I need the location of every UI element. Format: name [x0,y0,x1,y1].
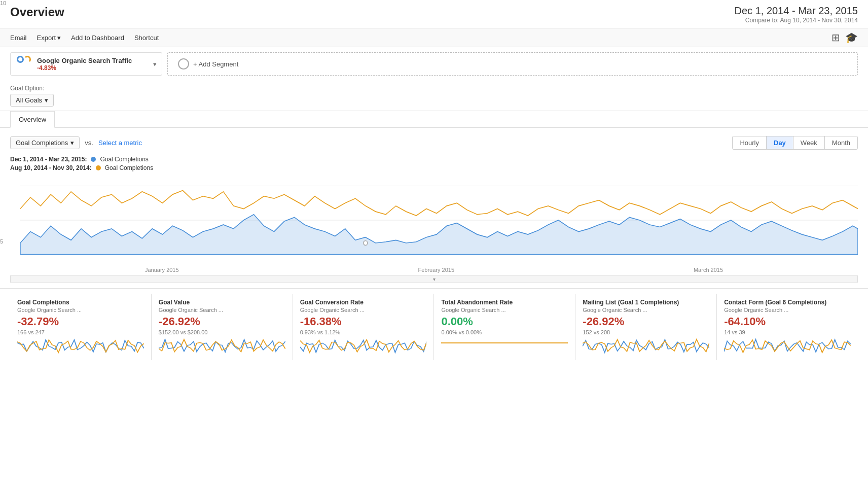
metric-card-compare-5: 14 vs 39 [724,329,851,335]
scroll-chevron-icon: ▾ [433,276,436,282]
time-btn-hourly[interactable]: Hourly [733,136,767,149]
metric-card-compare-2: 0.93% vs 1.12% [300,329,427,335]
metric-card-title-3: Total Abandonment Rate [441,299,568,306]
metric-card-subtitle-0: Google Organic Search ... [17,307,144,313]
metric-card-subtitle-3: Google Organic Search ... [441,307,568,313]
metric-card-5[interactable]: Contact Form (Goal 6 Completions)Google … [717,294,858,360]
legend-date-primary: Dec 1, 2014 - Mar 23, 2015: [10,156,87,163]
metric-card-compare-3: 0.00% vs 0.00% [441,329,568,335]
mini-chart-5 [724,338,851,354]
legend-row-primary: Dec 1, 2014 - Mar 23, 2015: Goal Complet… [10,156,858,163]
chart-wrapper: 10 5 [10,175,858,266]
toolbar: Email Export ▾ Add to Dashboard Shortcut… [0,28,868,47]
add-segment-label: + Add Segment [193,60,238,68]
time-btn-day[interactable]: Day [767,136,793,149]
chart-tooltip-marker [364,241,368,246]
segment-pct: -4.83% [37,64,132,72]
spinner-blue [17,56,24,63]
metric-card-compare-0: 166 vs 247 [17,329,144,335]
x-label-jan: January 2015 [145,267,179,273]
vs-text: vs. [85,139,93,147]
spinner-orange [24,56,31,63]
metric-card-pct-0: -32.79% [17,315,144,328]
chart-section: Goal Completions ▾ vs. Select a metric H… [0,128,868,275]
metric-card-subtitle-1: Google Organic Search ... [159,307,285,313]
metric-card-pct-4: -26.92% [583,315,709,328]
segment-chip[interactable]: Google Organic Search Traffic -4.83% ▾ [10,52,162,76]
metric-card-title-5: Contact Form (Goal 6 Completions) [724,299,851,306]
metric-dropdown[interactable]: Goal Completions ▾ [10,136,80,149]
metric-card-pct-2: -16.38% [300,315,427,328]
email-button[interactable]: Email [10,33,27,43]
metric-card-pct-3: 0.00% [441,315,568,328]
time-btn-week[interactable]: Week [793,136,825,149]
metric-card-pct-1: -26.92% [159,315,285,328]
metric-selector: Goal Completions ▾ vs. Select a metric [10,136,142,149]
time-buttons: Hourly Day Week Month [732,136,858,150]
export-button[interactable]: Export ▾ [37,33,61,43]
metric-card-title-1: Goal Value [159,299,285,306]
add-segment-button[interactable]: + Add Segment [167,52,858,76]
dropdown-arrow-icon: ▾ [57,34,61,42]
segments-bar: Google Organic Search Traffic -4.83% ▾ +… [0,47,868,81]
mini-chart-4 [583,338,709,354]
shortcut-button[interactable]: Shortcut [134,33,159,43]
tabs-bar: Overview [0,111,868,128]
y-label-mid: 5 [0,238,6,245]
metric-card-2[interactable]: Goal Conversion RateGoogle Organic Searc… [293,294,435,360]
metric-dropdown-arrow-icon: ▾ [70,139,74,147]
metric-card-title-2: Goal Conversion Rate [300,299,427,306]
legend-dot-compare [96,165,101,170]
metric-card-title-0: Goal Completions [17,299,144,306]
time-btn-month[interactable]: Month [825,136,857,149]
date-range-compare: Compare to: Aug 10, 2014 - Nov 30, 2014 [735,17,858,24]
chart-svg [20,175,858,266]
metric-card-0[interactable]: Goal CompletionsGoogle Organic Search ..… [10,294,152,360]
date-range-info: Dec 1, 2014 - Mar 23, 2015 Compare to: A… [735,5,858,24]
qr-icon[interactable]: ⊞ [831,31,840,44]
legend-dot-primary [91,157,96,162]
goal-select-dropdown[interactable]: All Goals ▾ [10,94,54,107]
graduation-icon[interactable]: 🎓 [845,31,858,44]
legend-row-compare: Aug 10, 2014 - Nov 30, 2014: Goal Comple… [10,164,858,171]
legend-metric-primary: Goal Completions [100,156,148,163]
goal-select-arrow-icon: ▾ [45,96,48,104]
metric-card-compare-4: 152 vs 208 [583,329,709,335]
top-header: Overview Dec 1, 2014 - Mar 23, 2015 Comp… [0,0,868,28]
add-dashboard-button[interactable]: Add to Dashboard [71,33,124,43]
metrics-cards: Goal CompletionsGoogle Organic Search ..… [0,288,868,365]
goal-option-section: Goal Option: All Goals ▾ [0,81,868,111]
page-title: Overview [10,5,64,19]
mini-chart-0 [17,338,144,354]
metric-card-subtitle-2: Google Organic Search ... [300,307,427,313]
x-label-mar: March 2015 [694,267,723,273]
tab-overview[interactable]: Overview [10,111,55,128]
goal-option-label: Goal Option: [10,85,858,92]
metric-flat-line-3 [441,342,568,343]
chart-scrollbar[interactable]: ▾ [10,275,858,283]
metric-card-title-4: Mailing List (Goal 1 Completions) [583,299,709,306]
segment-dropdown-icon[interactable]: ▾ [153,60,157,68]
metric-card-subtitle-5: Google Organic Search ... [724,307,851,313]
mini-chart-2 [300,338,427,354]
segment-name: Google Organic Search Traffic [37,57,132,64]
metric-card-3[interactable]: Total Abandonment RateGoogle Organic Sea… [434,294,575,360]
segment-spinner [17,56,33,72]
metric-dropdown-value: Goal Completions [16,139,68,147]
legend-date-compare: Aug 10, 2014 - Nov 30, 2014: [10,164,92,171]
chart-container[interactable] [20,175,858,266]
metric-card-4[interactable]: Mailing List (Goal 1 Completions)Google … [575,294,717,360]
chart-legend: Dec 1, 2014 - Mar 23, 2015: Goal Complet… [10,156,858,171]
metric-card-pct-5: -64.10% [724,315,851,328]
metric-card-subtitle-4: Google Organic Search ... [583,307,709,313]
chart-controls: Goal Completions ▾ vs. Select a metric H… [10,136,858,150]
select-metric-link[interactable]: Select a metric [98,139,142,147]
mini-chart-1 [159,338,285,354]
metric-card-1[interactable]: Goal ValueGoogle Organic Search ...-26.9… [152,294,293,360]
y-label-top: 10 [0,0,6,6]
legend-metric-compare: Goal Completions [105,164,153,171]
segment-info: Google Organic Search Traffic -4.83% [37,57,132,72]
add-segment-circle-icon [178,58,189,69]
chart-x-labels: January 2015 February 2015 March 2015 [10,266,858,275]
toolbar-icons: ⊞ 🎓 [831,31,858,44]
